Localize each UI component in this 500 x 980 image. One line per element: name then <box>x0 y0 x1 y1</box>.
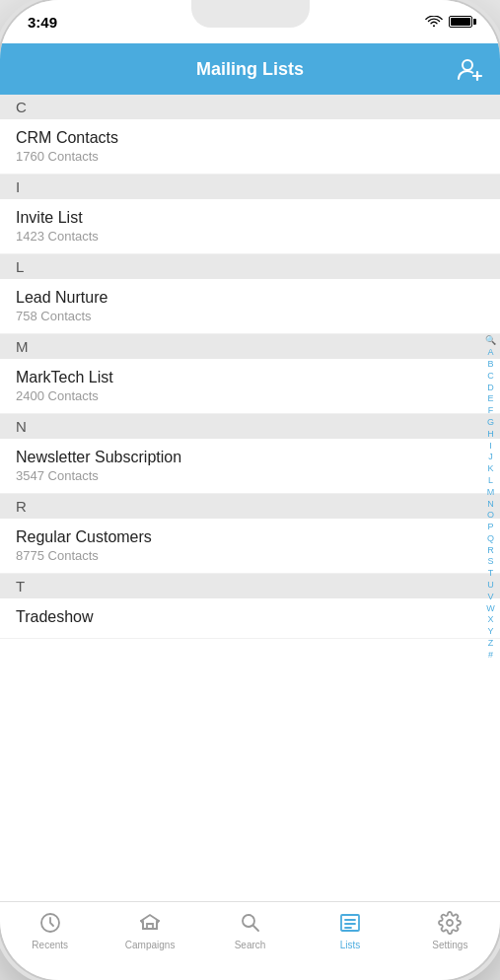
list-item-lead-nurture[interactable]: Lead Nurture 758 Contacts <box>0 279 500 334</box>
index-sidebar[interactable]: 🔍 A B C D E F G H I J K L M N O P Q R S … <box>485 95 496 901</box>
header-title: Mailing Lists <box>196 59 304 80</box>
index-m[interactable]: M <box>487 487 495 498</box>
list-item-name: CRM Contacts <box>16 129 484 147</box>
tab-bar: Recents Campaigns Search <box>0 901 500 980</box>
index-q[interactable]: Q <box>487 533 494 544</box>
tab-campaigns-label: Campaigns <box>125 940 176 950</box>
list-item-count: 758 Contacts <box>16 309 484 323</box>
index-o[interactable]: O <box>487 510 494 521</box>
index-k[interactable]: K <box>487 463 493 474</box>
section-header-t: T <box>0 574 500 598</box>
section-header-l: L <box>0 254 500 279</box>
index-u[interactable]: U <box>487 580 494 591</box>
index-j[interactable]: J <box>488 452 493 462</box>
index-h[interactable]: H <box>487 429 494 440</box>
index-f[interactable]: F <box>488 405 494 416</box>
index-c[interactable]: C <box>487 371 494 382</box>
index-g[interactable]: G <box>487 417 494 428</box>
section-header-m: M <box>0 334 500 359</box>
tab-settings[interactable]: Settings <box>400 910 500 950</box>
index-s[interactable]: S <box>487 556 493 567</box>
index-n[interactable]: N <box>487 499 494 510</box>
list-item-name: Invite List <box>16 209 484 227</box>
list-item-crm-contacts[interactable]: CRM Contacts 1760 Contacts <box>0 119 500 175</box>
index-i[interactable]: I <box>489 441 492 452</box>
add-contact-button[interactable] <box>457 55 484 83</box>
tab-lists[interactable]: Lists <box>300 910 399 950</box>
svg-point-0 <box>433 25 435 27</box>
section-header-i: I <box>0 175 500 199</box>
search-tab-icon <box>238 910 263 936</box>
index-a[interactable]: A <box>487 347 493 358</box>
notch <box>191 0 310 28</box>
index-r[interactable]: R <box>487 545 494 556</box>
section-header-c: C <box>0 95 500 119</box>
list-item-regular-customers[interactable]: Regular Customers 8775 Contacts <box>0 519 500 574</box>
list-item-count: 1423 Contacts <box>16 229 484 244</box>
list-item-name: Regular Customers <box>16 528 484 546</box>
index-l[interactable]: L <box>488 475 493 486</box>
list-item-invite-list[interactable]: Invite List 1423 Contacts <box>0 199 500 254</box>
list-item-name: Tradeshow <box>16 608 484 626</box>
tab-campaigns[interactable]: Campaigns <box>100 910 199 950</box>
index-v[interactable]: V <box>487 592 493 602</box>
list-item-count: 1760 Contacts <box>16 149 484 164</box>
tab-settings-label: Settings <box>432 940 467 950</box>
tab-recents-label: Recents <box>32 940 68 950</box>
index-d[interactable]: D <box>487 383 494 393</box>
index-hash[interactable]: # <box>488 650 493 661</box>
status-bar: 3:49 <box>0 0 500 43</box>
list-item-count: 3547 Contacts <box>16 468 484 483</box>
app-header: Mailing Lists <box>0 43 500 95</box>
svg-point-5 <box>447 920 453 926</box>
section-header-r: R <box>0 494 500 519</box>
index-p[interactable]: P <box>487 522 493 532</box>
list-item-name: MarkTech List <box>16 369 484 386</box>
settings-icon <box>437 910 463 936</box>
index-b[interactable]: B <box>487 359 493 370</box>
list-item-count: 2400 Contacts <box>16 388 484 403</box>
status-icons <box>425 16 472 28</box>
list-item-marktech-list[interactable]: MarkTech List 2400 Contacts <box>0 359 500 414</box>
index-w[interactable]: W <box>486 603 495 614</box>
svg-point-1 <box>463 60 472 70</box>
index-y[interactable]: Y <box>487 626 493 637</box>
index-x[interactable]: X <box>487 614 493 625</box>
index-e[interactable]: E <box>487 393 493 404</box>
phone-shell: 3:49 Mailing Lists <box>0 0 500 980</box>
tab-recents[interactable]: Recents <box>0 910 100 950</box>
section-header-n: N <box>0 414 500 439</box>
tab-lists-label: Lists <box>340 940 361 950</box>
list-item-name: Newsletter Subscription <box>16 449 484 466</box>
lists-icon <box>337 910 363 936</box>
wifi-icon <box>425 16 443 28</box>
recents-icon <box>37 910 63 936</box>
campaigns-icon <box>137 910 163 936</box>
list-item-tradeshow[interactable]: Tradeshow <box>0 598 500 639</box>
index-z[interactable]: Z <box>488 638 494 649</box>
content-area: 🔍 A B C D E F G H I J K L M N O P Q R S … <box>0 95 500 901</box>
status-time: 3:49 <box>28 14 57 31</box>
index-search[interactable]: 🔍 <box>485 335 496 346</box>
tab-search-label: Search <box>235 940 266 950</box>
battery-icon <box>449 16 472 28</box>
index-t[interactable]: T <box>488 568 494 579</box>
list-item-count: 8775 Contacts <box>16 548 484 563</box>
list-item-name: Lead Nurture <box>16 289 484 307</box>
list-item-newsletter[interactable]: Newsletter Subscription 3547 Contacts <box>0 439 500 494</box>
tab-search[interactable]: Search <box>200 910 300 950</box>
